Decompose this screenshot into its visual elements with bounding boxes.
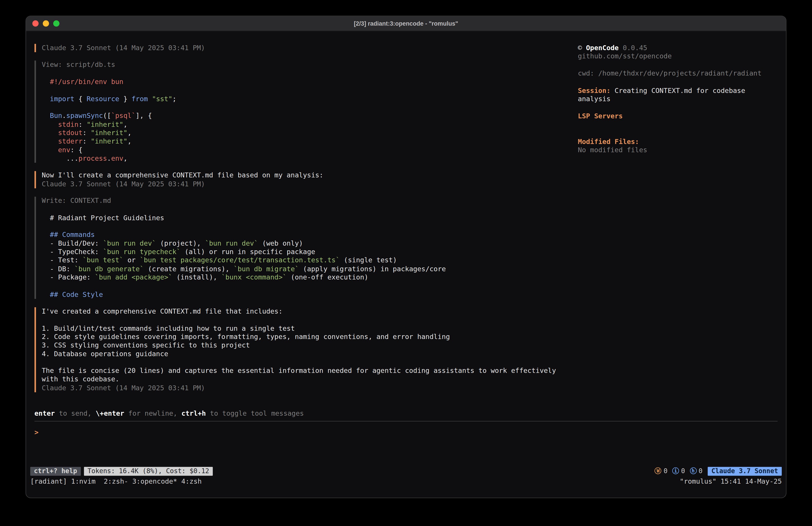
window-title: [2/3] radiant:3:opencode - "romulus" [26,20,786,27]
terminal-content: Claude 3.7 Sonnet (14 May 2025 03:41 PM)… [26,31,786,498]
text-line [42,358,567,367]
tool-block: Write: CONTEXT.md # Radiant Project Guid… [34,197,567,299]
window-titlebar: [2/3] radiant:3:opencode - "romulus" [26,16,786,31]
text-line [578,129,778,138]
text-line: Now I'll create a comprehensive CONTEXT.… [42,171,567,180]
text-line: - Package: `bun add <package>` (install)… [42,273,567,282]
status-bar: ctrl+? help Tokens: 16.4K (8%), Cost: $0… [30,466,782,475]
text-line: ...process.env, [42,155,567,163]
warnings-icon: W [655,468,661,474]
text-line: 4. Database operations guidance [42,350,567,358]
help-badge[interactable]: ctrl+? help [30,467,81,475]
text-line: enter to send, \+enter for newline, ctrl… [34,409,778,418]
text-line: stdout: "inherit", [42,129,567,137]
diagnostic-warnings: W0 [655,467,667,475]
prompt-input[interactable]: > [34,428,778,437]
info-icon: i [672,468,679,474]
diagnostics: W0i0h0 [655,467,702,475]
text-line: Claude 3.7 Sonnet (14 May 2025 03:41 PM) [42,180,567,188]
text-line: 1. Build/lint/test commands including ho… [42,324,567,333]
text-line: stdin: "inherit", [42,120,567,129]
tmux-session-info: "romulus" 15:41 14-May-25 [680,477,782,486]
text-line [42,69,567,77]
tmux-window-list[interactable]: [radiant] 1:nvim 2:zsh- 3:opencode* 4:zs… [30,477,202,486]
text-line: LSP Servers [578,112,778,120]
model-badge[interactable]: Claude 3.7 Sonnet [708,467,782,475]
text-line: ## Commands [42,231,567,239]
text-line [578,61,778,69]
conversation: Claude 3.7 Sonnet (14 May 2025 03:41 PM)… [34,44,578,410]
prompt-symbol: > [34,428,38,436]
diagnostic-info: i0 [672,467,685,475]
text-line: No modified files [578,146,778,155]
text-line: ## Code Style [42,290,567,299]
terminal-window: [2/3] radiant:3:opencode - "romulus" Cla… [26,16,787,498]
diagnostic-hints: h0 [690,467,702,475]
text-line [42,205,567,214]
tokens-cost-badge: Tokens: 16.4K (8%), Cost: $0.12 [84,467,213,475]
text-line: 3. CSS styling conventions specific to t… [42,341,567,350]
status-right: W0i0h0 Claude 3.7 Sonnet [655,467,782,475]
text-line: github.com/sst/opencode [578,52,778,61]
text-line: analysis [578,95,778,103]
tool-block: View: script/db.ts #!/usr/bin/env bun im… [34,61,567,163]
text-line: - Test: `bun test` or `bun test packages… [42,256,567,265]
assistant-message: Now I'll create a comprehensive CONTEXT.… [34,171,567,188]
text-line: © OpenCode 0.0.45 [578,44,778,52]
session-sidebar: © OpenCode 0.0.45github.com/sst/opencode… [578,44,778,410]
text-line: #!/usr/bin/env bun [42,78,567,86]
keybind-help: enter to send, \+enter for newline, ctrl… [34,409,778,418]
content-row: Claude 3.7 Sonnet (14 May 2025 03:41 PM)… [34,44,778,410]
screen: [2/3] radiant:3:opencode - "romulus" Cla… [0,0,812,526]
assistant-message: I've created a comprehensive CONTEXT.md … [34,307,567,392]
text-line: Modified Files: [578,138,778,146]
text-line: # Radiant Project Guidelines [42,214,567,222]
text-line: stderr: "inherit", [42,137,567,146]
text-line: I've created a comprehensive CONTEXT.md … [42,307,567,316]
text-line: Session: Creating CONTEXT.md for codebas… [578,86,778,95]
text-line [578,103,778,112]
text-line: env: { [42,146,567,154]
text-line [42,222,567,231]
text-line [42,282,567,290]
spacer [34,437,778,466]
text-line [42,103,567,112]
text-line [578,78,778,86]
text-line: - Build/Dev: `bun run dev` (project), `b… [42,239,567,247]
text-line: Claude 3.7 Sonnet (14 May 2025 03:41 PM) [42,384,567,392]
text-line: with this codebase. [42,375,567,384]
hints-icon: h [690,468,696,474]
text-line: Claude 3.7 Sonnet (14 May 2025 03:41 PM) [42,44,567,52]
text-line: View: script/db.ts [42,61,567,69]
input-divider [34,421,778,422]
text-line [42,86,567,95]
text-line: The file is concise (20 lines) and captu… [42,367,567,375]
text-line: import { Resource } from "sst"; [42,95,567,103]
text-line: cwd: /home/thdxr/dev/projects/radiant/ra… [578,69,778,78]
tmux-status-bar: [radiant] 1:nvim 2:zsh- 3:opencode* 4:zs… [30,477,782,486]
text-line: 2. Code style guidelines covering import… [42,333,567,341]
assistant-message: Claude 3.7 Sonnet (14 May 2025 03:41 PM) [34,44,567,52]
text-line [578,120,778,129]
text-line: Write: CONTEXT.md [42,197,567,205]
text-line: - DB: `bun db generate` (create migratio… [42,265,567,273]
text-line: - TypeCheck: `bun run typecheck` (all) o… [42,247,567,256]
text-line [42,316,567,324]
text-line: Bun.spawnSync([`psql`], { [42,112,567,120]
